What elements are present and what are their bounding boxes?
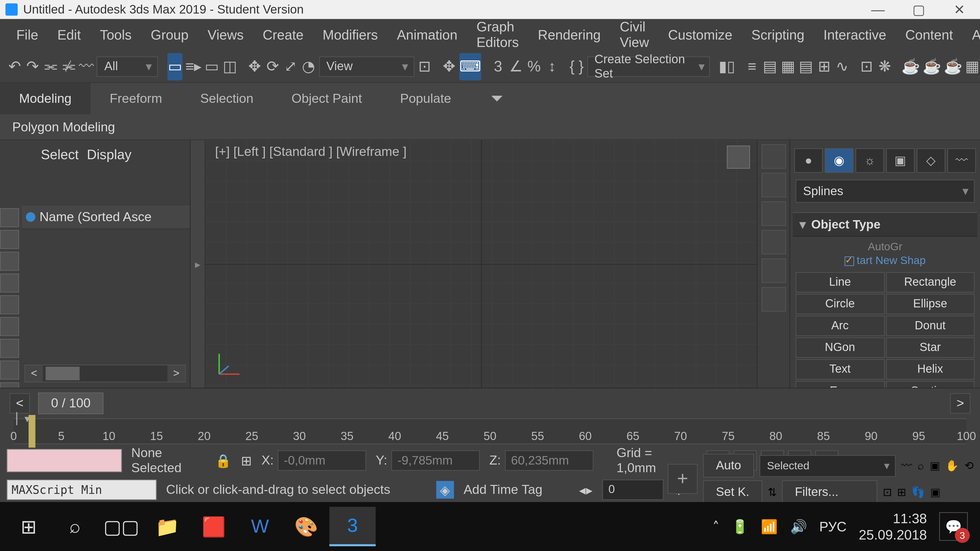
search-icon[interactable]: ⌕: [52, 507, 98, 546]
align-icon[interactable]: ≡: [745, 53, 760, 80]
bind-space-warp-icon[interactable]: 〰: [79, 53, 94, 80]
playhead-icon[interactable]: ▏▾: [16, 412, 30, 425]
start-button[interactable]: ⊞: [5, 507, 52, 546]
type-ngon[interactable]: NGon: [795, 338, 884, 358]
menu-modifiers[interactable]: Modifiers: [313, 20, 387, 49]
render-setup-icon[interactable]: ⊡: [859, 53, 874, 80]
explorer-icon[interactable]: 📁: [144, 507, 190, 546]
panel-cameras-icon[interactable]: ▣: [886, 148, 915, 173]
redo-icon[interactable]: ↷: [25, 53, 40, 80]
filter-geometry-icon[interactable]: [0, 208, 19, 227]
curve-editor-icon[interactable]: ▤: [798, 53, 814, 80]
rotate-icon[interactable]: ⟳: [265, 53, 280, 80]
type-star[interactable]: Star: [886, 338, 975, 358]
create-tab-icon[interactable]: [761, 144, 786, 168]
placement-icon[interactable]: ◔: [301, 53, 316, 80]
rect-region-icon[interactable]: ▭: [204, 53, 220, 80]
ref-coord-system[interactable]: View: [319, 56, 414, 76]
layers-icon[interactable]: ▤: [762, 53, 778, 80]
render-prod-icon[interactable]: ☕: [901, 53, 920, 80]
menu-graph-editors[interactable]: Graph Editors: [467, 12, 528, 57]
panel-shapes-icon[interactable]: ◉: [825, 148, 853, 173]
percent-snap-icon[interactable]: %: [527, 53, 542, 80]
menu-file[interactable]: File: [7, 20, 48, 49]
volume-icon[interactable]: 🔊: [790, 518, 807, 535]
maxscript-mini-listener[interactable]: MAXScript Min: [7, 480, 157, 500]
nav-zoom-ext-icon[interactable]: ⊡: [883, 486, 892, 499]
schematic-view-icon[interactable]: ⊞: [816, 53, 832, 80]
type-line[interactable]: Line: [795, 272, 884, 292]
angle-snap-icon[interactable]: ∠: [508, 53, 524, 80]
filter-groups-icon[interactable]: [0, 339, 19, 358]
menu-tools[interactable]: Tools: [90, 20, 141, 49]
key-filters-button[interactable]: Filters...: [782, 480, 877, 504]
add-time-tag[interactable]: Add Time Tag: [463, 483, 542, 497]
3dsmax-taskbar-icon[interactable]: 3: [329, 507, 375, 546]
category-dropdown[interactable]: Splines: [795, 179, 974, 203]
scale-icon[interactable]: ⤢: [283, 53, 298, 80]
type-circle[interactable]: Circle: [795, 294, 884, 314]
utilities-tab-icon[interactable]: [761, 287, 786, 311]
set-key-big-icon[interactable]: +: [668, 464, 697, 494]
time-start-button[interactable]: <: [10, 393, 30, 413]
scroll-left-icon[interactable]: <: [25, 365, 43, 382]
key-tangent-icon[interactable]: 〰: [901, 459, 912, 472]
nav-fov-icon[interactable]: ▣: [930, 459, 940, 472]
menu-animation[interactable]: Animation: [387, 20, 467, 49]
panel-lights-icon[interactable]: ☼: [856, 148, 884, 173]
frame-marker[interactable]: [29, 415, 35, 448]
z-input[interactable]: [505, 450, 593, 471]
selection-filter[interactable]: All: [97, 56, 158, 76]
render-online-icon[interactable]: ☕: [944, 53, 962, 80]
y-input[interactable]: [391, 450, 480, 471]
type-arc[interactable]: Arc: [795, 316, 884, 336]
selection-lock-swatch[interactable]: [7, 449, 122, 472]
nav-walk-icon[interactable]: 👣: [912, 486, 925, 499]
pivot-center-icon[interactable]: ⊡: [417, 53, 432, 80]
menu-interactive[interactable]: Interactive: [814, 20, 896, 49]
material-editor-icon[interactable]: ∿: [834, 53, 850, 80]
scene-select[interactable]: Select: [41, 147, 79, 162]
filter-cameras-icon[interactable]: [0, 273, 19, 292]
ribbon-populate[interactable]: Populate: [381, 83, 470, 114]
absolute-mode-icon[interactable]: ⊞: [241, 453, 252, 468]
filter-helpers-icon[interactable]: [0, 295, 19, 314]
panel-spacewarps-icon[interactable]: 〰: [947, 148, 976, 173]
unlink-icon[interactable]: ⫘̸: [61, 53, 76, 80]
move-icon[interactable]: ✥: [247, 53, 262, 80]
manipulate-icon[interactable]: ✥: [442, 53, 457, 80]
render-last-icon[interactable]: ▦: [965, 53, 980, 80]
link-icon[interactable]: ⫘: [43, 53, 58, 80]
action-center-icon[interactable]: 💬3: [939, 512, 968, 541]
time-spinner[interactable]: [602, 480, 663, 500]
task-view-icon[interactable]: ▢▢: [98, 507, 144, 546]
menu-create[interactable]: Create: [253, 20, 313, 49]
select-object-icon[interactable]: ▭: [167, 53, 183, 80]
time-slider-knob[interactable]: 0 / 100: [38, 392, 103, 414]
render-iter-icon[interactable]: ☕: [923, 53, 941, 80]
battery-icon[interactable]: 🔋: [732, 518, 749, 535]
auto-key-button[interactable]: Auto: [703, 454, 754, 478]
type-text[interactable]: Text: [795, 359, 884, 380]
browser-icon[interactable]: 🟥: [191, 507, 237, 546]
nav-pan-icon[interactable]: ✋: [945, 459, 959, 472]
scene-hscroll[interactable]: < >: [24, 365, 186, 382]
lock-selection-icon[interactable]: 🔒: [215, 453, 231, 468]
close-button[interactable]: ✕: [939, 0, 980, 19]
window-crossing-icon[interactable]: ◫: [222, 53, 238, 80]
render-frame-icon[interactable]: ❋: [877, 53, 892, 80]
rollout-object-type[interactable]: Object Type: [793, 212, 977, 237]
type-ellipse[interactable]: Ellipse: [886, 294, 975, 314]
key-tangent2-icon[interactable]: ⇅: [768, 486, 776, 499]
display-tab-icon[interactable]: [761, 259, 786, 283]
scene-name-column[interactable]: Name (Sorted Asce: [22, 205, 190, 229]
key-filter-combo[interactable]: Selected: [759, 455, 896, 476]
select-by-name-icon[interactable]: ≡▸: [185, 53, 202, 80]
isolate-selection-icon[interactable]: ◈: [436, 481, 454, 499]
ribbon-object-paint[interactable]: Object Paint: [272, 83, 381, 114]
panel-collapse-handle[interactable]: ▸: [191, 140, 206, 388]
ribbon-sub-panel[interactable]: Polygon Modeling: [0, 114, 980, 140]
filter-shapes-icon[interactable]: [0, 230, 19, 249]
snap-toggle-icon[interactable]: 3: [490, 53, 506, 80]
x-input[interactable]: [278, 450, 366, 471]
